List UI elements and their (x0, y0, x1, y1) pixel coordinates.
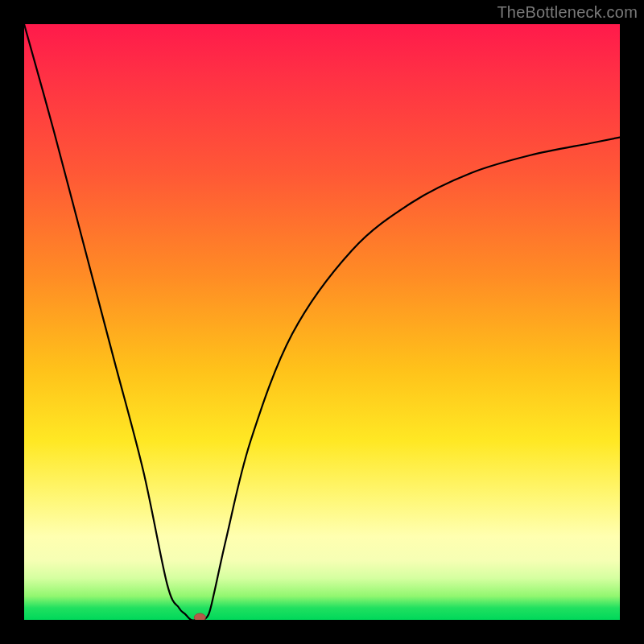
bottleneck-curve (24, 24, 620, 620)
watermark-text: TheBottleneck.com (497, 3, 638, 22)
plot-area (24, 24, 620, 620)
optimal-point-marker (194, 613, 205, 620)
curve-layer (24, 24, 620, 620)
chart-frame: TheBottleneck.com (0, 0, 644, 644)
